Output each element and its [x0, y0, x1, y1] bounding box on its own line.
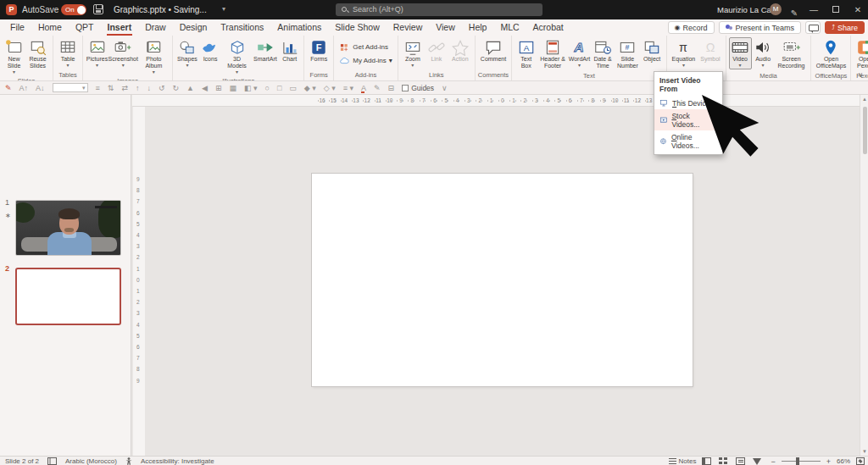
screenshot-button[interactable]: Screenshot▾ — [108, 37, 137, 69]
open-pexels-button[interactable]: Open Pexels — [854, 37, 868, 71]
action-button[interactable]: Action — [448, 37, 472, 64]
autosave-toggle[interactable]: On — [61, 4, 86, 15]
title-caret-icon[interactable]: ▾ — [222, 5, 225, 13]
video-button[interactable]: Video▾ — [729, 37, 752, 69]
slide-1-thumbnail[interactable] — [15, 200, 121, 256]
send-backward-icon[interactable]: ⇅ — [108, 82, 114, 94]
chart-button[interactable]: Chart — [278, 37, 301, 64]
comments-button[interactable] — [805, 21, 821, 34]
zoom-in-button[interactable]: + — [826, 457, 831, 465]
date-time-button[interactable]: Date & Time — [591, 37, 615, 71]
rotate-left-icon[interactable]: ↺ — [159, 82, 165, 94]
align-left-icon[interactable]: ◀ — [202, 82, 208, 94]
scroll-up-icon[interactable]: ▲ — [860, 97, 868, 102]
reading-view-button[interactable] — [736, 457, 745, 465]
menu-item-online-videos[interactable]: Online Videos... — [654, 130, 722, 152]
zoom-slider-thumb[interactable] — [796, 457, 799, 465]
close-button[interactable]: ✕ — [848, 0, 868, 19]
rotate-right-icon[interactable]: ↻ — [172, 82, 179, 94]
tab-slide-show[interactable]: Slide Show — [328, 19, 387, 36]
comment-button[interactable]: Comment — [478, 37, 509, 64]
tab-animations[interactable]: Animations — [270, 19, 328, 36]
shape-outline-icon[interactable]: ◇ ▾ — [324, 82, 336, 94]
guides-checkbox[interactable] — [402, 85, 409, 91]
audio-button[interactable]: Audio▾ — [752, 37, 775, 69]
text-box-button[interactable]: AText Box — [515, 37, 537, 71]
header-footer-button[interactable]: Header & Footer — [537, 37, 568, 71]
tab-draw[interactable]: Draw — [138, 19, 173, 36]
tab-home[interactable]: Home — [31, 19, 69, 36]
record-button[interactable]: ◉ Record — [668, 21, 715, 34]
document-title[interactable]: Graphics.pptx • Saving... — [114, 5, 207, 14]
accessibility-status[interactable]: Accessibility: Investigate — [141, 457, 214, 465]
move-up-icon[interactable]: ↑ — [136, 82, 140, 94]
new-slide-button[interactable]: New Slide▾ — [3, 37, 25, 76]
slideshow-view-button[interactable] — [753, 458, 761, 465]
slide-canvas[interactable] — [312, 174, 693, 386]
powerpoint-app-icon[interactable]: P — [6, 4, 17, 15]
tab-qpt[interactable]: QPT — [69, 19, 101, 36]
zoom-slider[interactable] — [782, 457, 821, 465]
notes-button[interactable]: Notes — [669, 457, 697, 465]
open-officemaps-button[interactable]: Open OfficeMaps — [814, 37, 848, 71]
slide-2-thumbnail-selected[interactable] — [15, 268, 121, 325]
font-size-box[interactable]: ▾ — [53, 83, 88, 92]
forms-button[interactable]: FForms — [307, 37, 331, 64]
language-indicator[interactable]: Arabic (Morocco) — [65, 457, 117, 465]
vertical-ruler[interactable]: 9876543210123456789 — [133, 107, 145, 456]
pictures-button[interactable]: Pictures▾ — [86, 37, 108, 69]
avatar[interactable]: M — [770, 3, 782, 15]
photo-album-button[interactable]: Photo Album▾ — [137, 37, 170, 76]
tab-file[interactable]: File — [3, 19, 31, 36]
zoom-button[interactable]: Zoom▾ — [401, 37, 425, 69]
smartart-button[interactable]: SmartArt — [253, 37, 279, 64]
slide-number-button[interactable]: #Slide Number — [615, 37, 640, 71]
rounded-rectangle-shape-icon[interactable]: ▭ — [289, 82, 297, 94]
scroll-down-icon[interactable]: ▼ — [860, 449, 868, 454]
move-down-icon[interactable]: ↓ — [147, 82, 151, 94]
present-in-teams-button[interactable]: Present in Teams — [719, 21, 801, 34]
reuse-slides-button[interactable]: Reuse Slides — [25, 37, 50, 71]
wordart-button[interactable]: AWordArt▾ — [568, 37, 591, 69]
tab-transitions[interactable]: Transitions — [214, 19, 270, 36]
symbol-button[interactable]: ΩSymbol — [698, 37, 722, 64]
tab-view[interactable]: View — [429, 19, 462, 36]
share-button[interactable]: ⤴ Share — [825, 21, 865, 34]
maximize-button[interactable] — [826, 0, 846, 19]
equation-button[interactable]: πEquation▾ — [670, 37, 698, 69]
format-painter-icon[interactable]: ✎ — [5, 82, 12, 94]
slide-sorter-view-button[interactable] — [719, 457, 728, 465]
fit-slide-to-window-button[interactable] — [856, 457, 865, 465]
minimize-button[interactable]: — — [804, 0, 824, 19]
guides-toggle[interactable]: Guides — [402, 84, 434, 92]
bring-forward-icon[interactable]: ≡ — [96, 82, 100, 94]
tab-insert[interactable]: Insert — [101, 19, 139, 36]
text-align-icon[interactable]: ≡ ▾ — [343, 82, 353, 94]
font-color-icon[interactable]: A — [361, 82, 366, 94]
rectangle-shape-icon[interactable]: □ — [277, 82, 281, 94]
object-button[interactable]: Object — [641, 37, 664, 64]
tab-design[interactable]: Design — [173, 19, 214, 36]
toolbar-more-icon[interactable]: ∨ — [442, 82, 448, 94]
collapse-ribbon-icon[interactable]: ∨ — [858, 71, 863, 79]
search-input[interactable]: Search (Alt+Q) — [336, 3, 542, 16]
shape-fill-icon[interactable]: ◆ ▾ — [304, 82, 316, 94]
format-object-icon[interactable]: ⊟ — [388, 82, 395, 94]
link-button[interactable]: Link — [425, 37, 448, 64]
tab-review[interactable]: Review — [387, 19, 429, 36]
shapes-button[interactable]: Shapes▾ — [175, 37, 198, 69]
distribute-horizontal-icon[interactable]: ⇄ — [121, 82, 128, 94]
zoom-out-button[interactable]: − — [771, 457, 775, 465]
eyedropper-icon[interactable]: ✎ — [374, 82, 381, 94]
font-decrease-icon[interactable]: A↓ — [36, 82, 45, 94]
slide-indicator[interactable]: Slide 2 of 2 — [5, 457, 39, 465]
3d-models-button[interactable]: 3D Models▾ — [222, 37, 253, 76]
zoom-level[interactable]: 66% — [837, 457, 850, 465]
normal-view-button[interactable] — [702, 457, 711, 465]
font-increase-icon[interactable]: A↑ — [19, 82, 29, 94]
tab-mlc[interactable]: MLC — [493, 19, 526, 36]
oval-shape-icon[interactable]: ○ — [264, 82, 269, 94]
display-settings-icon[interactable] — [47, 457, 57, 465]
tab-help[interactable]: Help — [462, 19, 494, 36]
my-add-ins-button[interactable]: My Add-ins▾ — [337, 54, 395, 68]
